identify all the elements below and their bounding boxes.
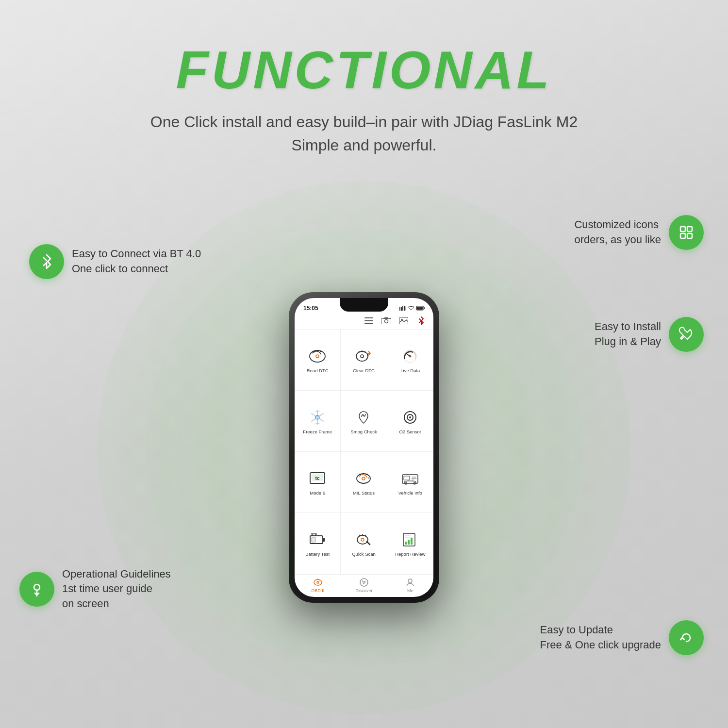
app-quick-scan[interactable]: Quick Scan <box>341 513 387 574</box>
app-clear-dtc[interactable]: Clear DTC <box>341 330 387 391</box>
app-live-data[interactable]: Live Data <box>387 330 433 391</box>
svg-point-62 <box>361 538 364 541</box>
svg-rect-18 <box>384 317 388 319</box>
mil-status-icon <box>354 469 373 488</box>
svg-rect-6 <box>401 307 402 311</box>
camera-icon[interactable] <box>381 315 392 326</box>
gallery-icon[interactable] <box>398 315 409 326</box>
svg-text:tc: tc <box>315 476 320 481</box>
app-smog-check[interactable]: Smog Check <box>341 391 387 452</box>
svg-rect-68 <box>408 540 410 545</box>
app-vehicle-info[interactable]: Vehicle Info <box>387 452 433 513</box>
phone: 15:05 <box>289 292 439 603</box>
read-dtc-icon <box>308 347 327 366</box>
subtitle: One Click install and easy build–in pair… <box>150 110 578 157</box>
svg-point-17 <box>385 319 388 323</box>
svg-point-61 <box>357 535 368 544</box>
svg-rect-12 <box>416 307 423 310</box>
read-dtc-label: Read DTC <box>307 368 329 373</box>
svg-point-72 <box>314 579 322 585</box>
battery-test-label: Battery Test <box>305 551 330 557</box>
callout-install: Easy to Install Plug in & Play <box>595 317 704 352</box>
svg-point-78 <box>408 579 412 583</box>
app-grid: Read DTC <box>295 330 433 574</box>
status-icons <box>399 306 425 311</box>
smog-check-label: Smog Check <box>350 429 377 434</box>
bottom-nav: OBD II Discover <box>295 574 433 597</box>
quick-scan-icon <box>354 530 373 549</box>
freeze-frame-label: Freeze Frame <box>303 429 332 434</box>
svg-rect-14 <box>364 320 373 321</box>
svg-point-43 <box>362 477 365 480</box>
freeze-frame-icon <box>308 408 327 427</box>
me-nav-icon <box>405 578 415 587</box>
nav-me[interactable]: Me <box>387 578 433 593</box>
svg-rect-7 <box>402 306 403 311</box>
nav-discover[interactable]: Discover <box>341 578 387 593</box>
obd2-nav-icon <box>313 578 323 587</box>
mil-status-label: MIL Status <box>353 490 375 496</box>
mode-6-label: Mode 6 <box>310 490 325 496</box>
svg-point-21 <box>310 350 325 362</box>
refresh-icon <box>669 620 704 655</box>
app-o2-sensor[interactable]: O2 Sensor <box>387 391 433 452</box>
smog-check-icon <box>354 408 373 427</box>
vehicle-info-icon <box>400 469 420 488</box>
status-time: 15:05 <box>303 305 318 312</box>
svg-rect-13 <box>364 317 373 318</box>
svg-rect-49 <box>404 476 410 480</box>
svg-rect-15 <box>364 323 373 324</box>
header-section: FUNCTIONAL One Click install and easy bu… <box>150 39 578 157</box>
svg-point-37 <box>409 416 411 418</box>
o2-sensor-label: O2 Sensor <box>399 429 421 434</box>
report-review-label: Report Review <box>395 551 425 557</box>
callout-update: Easy to Update Free & One click upgrade <box>540 620 704 655</box>
menu-icon[interactable] <box>364 315 374 326</box>
svg-rect-5 <box>399 307 400 311</box>
nav-me-label: Me <box>407 588 414 593</box>
live-data-label: Live Data <box>400 368 420 373</box>
phone-body: 15:05 <box>289 292 439 603</box>
clear-dtc-icon <box>354 347 373 366</box>
app-mil-status[interactable]: MIL Status <box>341 452 387 513</box>
svg-rect-1 <box>680 227 685 232</box>
svg-rect-8 <box>404 306 405 311</box>
app-battery-test[interactable]: Battery Test <box>295 513 341 574</box>
grid-icon <box>669 215 704 250</box>
mode-6-icon: tc <box>308 469 327 488</box>
svg-point-27 <box>361 355 364 358</box>
report-review-icon <box>400 530 420 549</box>
live-data-icon <box>400 347 420 366</box>
app-mode-6[interactable]: tc Mode 6 <box>295 452 341 513</box>
svg-rect-4 <box>687 233 692 238</box>
nav-obd2[interactable]: OBD II <box>295 578 341 593</box>
nav-obd2-label: OBD II <box>311 588 324 593</box>
svg-point-77 <box>360 579 368 586</box>
app-freeze-frame[interactable]: Freeze Frame <box>295 391 341 452</box>
app-read-dtc[interactable]: Read DTC <box>295 330 341 391</box>
phone-screen: 15:05 <box>295 298 433 597</box>
vehicle-info-label: Vehicle Info <box>398 490 422 496</box>
svg-rect-56 <box>323 538 325 542</box>
phone-notch <box>340 298 388 312</box>
app-report-review[interactable]: Report Review <box>387 513 433 574</box>
o2-sensor-icon <box>400 408 420 427</box>
svg-rect-11 <box>424 307 425 309</box>
main-title: FUNCTIONAL <box>150 39 578 100</box>
bluetooth-active-icon[interactable] <box>416 315 427 326</box>
wrench-icon <box>669 317 704 352</box>
svg-point-26 <box>356 351 368 361</box>
svg-rect-69 <box>411 538 413 545</box>
svg-point-22 <box>316 355 319 358</box>
svg-rect-67 <box>405 542 407 545</box>
main-content: Easy to Connect via BT 4.0 One click to … <box>0 166 728 728</box>
guidelines-icon <box>19 572 54 607</box>
svg-rect-57 <box>312 537 315 542</box>
callout-guidelines: Operational Guidelines 1st time user gui… <box>19 567 171 612</box>
callout-customized: Customized icons orders, as you like <box>574 215 704 250</box>
svg-rect-2 <box>687 227 692 232</box>
bluetooth-icon <box>29 244 64 279</box>
callout-bluetooth: Easy to Connect via BT 4.0 One click to … <box>29 244 201 279</box>
app-top-bar <box>295 314 433 330</box>
svg-point-42 <box>357 474 370 483</box>
